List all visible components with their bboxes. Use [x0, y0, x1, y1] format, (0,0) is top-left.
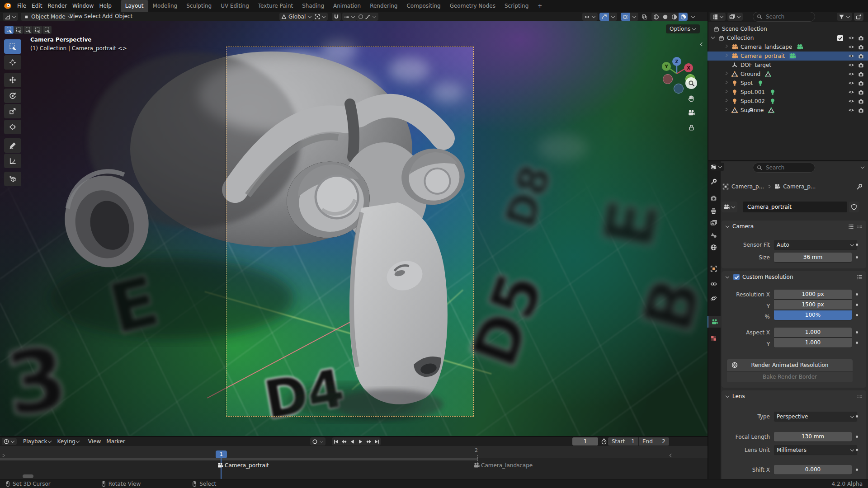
sensor-size-field[interactable]: 36 mm: [774, 253, 852, 262]
expand-arrow[interactable]: [724, 71, 728, 75]
select-mode-lasso-button[interactable]: [33, 26, 42, 34]
resolution-panel-expand-arrow[interactable]: [726, 274, 729, 278]
timeline-editor-type-selector[interactable]: [2, 438, 17, 445]
tab-world[interactable]: [710, 244, 717, 251]
workspace-tab-animation[interactable]: Animation: [329, 0, 365, 12]
hide-eye-icon[interactable]: [848, 62, 854, 68]
fake-user-button[interactable]: [849, 202, 859, 212]
presets-list-icon[interactable]: [848, 224, 854, 230]
viewport-lock-button[interactable]: [685, 122, 697, 133]
expand-arrow[interactable]: [724, 44, 728, 48]
outliner-row-dof_target[interactable]: DOF_target: [708, 61, 868, 70]
decorator-dot[interactable]: [856, 449, 858, 451]
hide-eye-icon[interactable]: [848, 80, 854, 86]
sensor-fit-dropdown[interactable]: Auto: [774, 240, 857, 249]
disable-render-icon[interactable]: [858, 53, 864, 59]
properties-editor-type-selector[interactable]: [709, 163, 724, 171]
timeline-menu-marker[interactable]: Marker: [104, 437, 127, 446]
auto-keying-controls[interactable]: [310, 437, 326, 446]
outliner-row-ground[interactable]: Ground: [708, 70, 868, 79]
outliner-row-suzanne[interactable]: Suzanne: [708, 106, 868, 115]
frame-start-field[interactable]: Start1: [608, 437, 638, 446]
previous-keyframe-button[interactable]: [340, 437, 348, 446]
snap-settings-dropdown[interactable]: [342, 13, 357, 21]
outliner-filter-dropdown[interactable]: [837, 13, 852, 21]
disable-render-icon[interactable]: [858, 80, 864, 86]
decorator-dot[interactable]: [856, 436, 858, 438]
outliner-row-scene-collection[interactable]: Scene Collection: [708, 24, 868, 33]
tab-physics[interactable]: [710, 295, 717, 302]
workspace-tab-compositing[interactable]: Compositing: [402, 0, 445, 12]
select-mode-circle-button[interactable]: [24, 26, 33, 34]
tool-cursor[interactable]: [4, 55, 21, 70]
gizmo-axis-z-neg[interactable]: [674, 84, 684, 94]
lens-type-dropdown[interactable]: Perspective: [774, 412, 857, 421]
select-mode-extend-button[interactable]: [42, 26, 52, 34]
tab-scene[interactable]: [710, 232, 717, 239]
expand-arrow[interactable]: [724, 53, 728, 57]
presets-list-icon[interactable]: [857, 274, 863, 280]
viewport-options-button[interactable]: Options: [666, 24, 700, 33]
hide-eye-icon[interactable]: [848, 107, 854, 113]
show-gizmo-toggle[interactable]: [599, 13, 609, 21]
bake-render-border-button[interactable]: Bake Render Border: [727, 371, 853, 382]
shading-rendered-button[interactable]: [679, 13, 688, 21]
camera-panel-expand-arrow[interactable]: [726, 224, 729, 227]
decorator-dot[interactable]: [856, 331, 858, 333]
aspect-x-field[interactable]: 1.000: [774, 328, 852, 337]
tab-tool[interactable]: [710, 178, 717, 185]
camera-frame-border[interactable]: [226, 47, 474, 417]
stopwatch-icon[interactable]: [601, 438, 607, 445]
hide-eye-icon[interactable]: [848, 35, 854, 41]
hide-eye-icon[interactable]: [848, 71, 854, 77]
proportional-editing-controls[interactable]: [356, 13, 378, 21]
disable-render-icon[interactable]: [858, 89, 864, 95]
overlays-dropdown[interactable]: [630, 13, 638, 21]
lens-panel-title[interactable]: Lens: [732, 393, 745, 399]
aspect-y-field[interactable]: 1.000: [774, 338, 852, 347]
workspace-tab-shading[interactable]: Shading: [297, 0, 329, 12]
properties-search[interactable]: [753, 163, 815, 173]
disable-render-icon[interactable]: [858, 99, 864, 104]
gizmo-axis-z[interactable]: Z: [672, 57, 681, 66]
outliner-row-collection[interactable]: Collection: [708, 33, 868, 42]
tool-measure[interactable]: [4, 154, 21, 168]
play-button[interactable]: [356, 437, 364, 446]
playhead-frame-badge[interactable]: 1: [216, 450, 227, 458]
breadcrumb-data[interactable]: Camera_p...: [783, 183, 816, 190]
object-name-label[interactable]: Camera_landscape: [741, 44, 792, 50]
outliner-editor-type-selector[interactable]: [710, 13, 726, 21]
object-name-label[interactable]: DOF_target: [741, 62, 771, 68]
shading-material-button[interactable]: [670, 13, 679, 21]
tool-rotate[interactable]: [4, 89, 21, 103]
tab-object-data-active[interactable]: [708, 316, 721, 328]
outliner-search[interactable]: [753, 12, 815, 22]
disable-render-icon[interactable]: [858, 71, 864, 77]
id-type-selector[interactable]: [722, 202, 737, 212]
render-animated-resolution-button[interactable]: Render Animated Resolution: [727, 359, 853, 371]
properties-search-input[interactable]: [765, 164, 811, 171]
focal-length-field[interactable]: 130 mm: [774, 432, 852, 441]
next-keyframe-button[interactable]: [364, 437, 373, 446]
shading-dropdown[interactable]: [689, 13, 697, 21]
xray-toggle[interactable]: [640, 13, 649, 21]
disable-render-icon[interactable]: [858, 35, 864, 41]
tool-transform[interactable]: [4, 120, 21, 134]
decorator-dot[interactable]: [856, 256, 858, 258]
add-workspace-button[interactable]: +: [533, 0, 547, 12]
collection-checkbox[interactable]: [837, 35, 843, 41]
tab-view-layer[interactable]: [710, 220, 717, 226]
disable-render-icon[interactable]: [858, 44, 864, 50]
show-object-types-dropdown[interactable]: [582, 13, 598, 21]
tab-constraints[interactable]: [710, 281, 717, 287]
outliner-display-mode-dropdown[interactable]: [727, 13, 743, 21]
expand-arrow[interactable]: [724, 89, 728, 93]
hide-eye-icon[interactable]: [848, 53, 854, 59]
frame-end-field[interactable]: End2: [639, 437, 669, 446]
gizmo-dropdown[interactable]: [609, 13, 617, 21]
object-name-label[interactable]: Spot.001: [741, 89, 765, 95]
decorator-dot[interactable]: [856, 415, 858, 418]
pin-icon[interactable]: [856, 183, 863, 190]
menu-render[interactable]: Render: [45, 0, 70, 12]
timeline-scrollbar[interactable]: [23, 474, 33, 478]
